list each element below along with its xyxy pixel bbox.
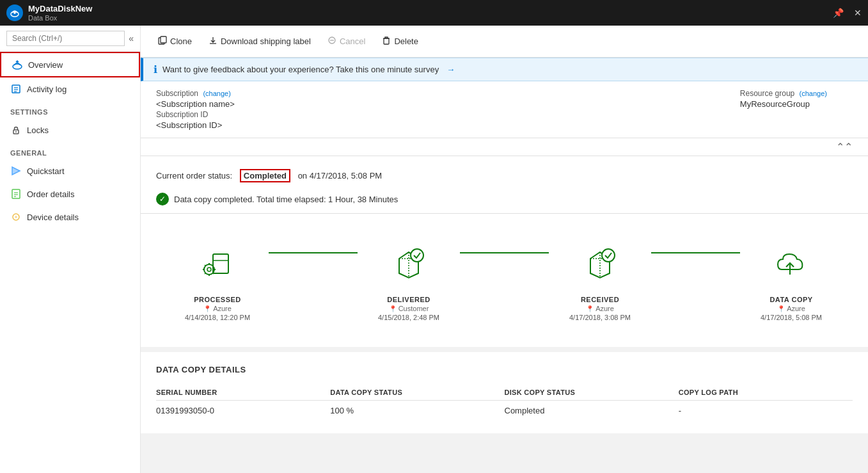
resource-group-change-link[interactable]: (change) <box>800 90 827 97</box>
timeline-section: PROCESSED 📍 Azure 4/14/2018, 12:20 PM <box>141 214 868 347</box>
timeline-step-datacopy: DATA COPY 📍 Azure 4/17/2018, 5:08 PM <box>740 239 842 321</box>
received-location: 📍 Azure <box>586 305 614 312</box>
connector-1 <box>269 239 358 279</box>
received-date: 4/17/2018, 3:08 PM <box>569 314 631 321</box>
sidebar-item-activity-log[interactable]: Activity log <box>0 77 140 100</box>
cancel-button[interactable]: Cancel <box>320 31 372 51</box>
timeline-step-delivered: DELIVERED 📍 Customer 4/15/2018, 2:48 PM <box>358 239 460 321</box>
download-shipping-button[interactable]: Download shipping label <box>201 31 318 51</box>
lock-icon <box>10 124 22 136</box>
app-logo <box>6 4 23 21</box>
connector-2 <box>460 239 549 279</box>
resource-group-label: Resource group (change) <box>740 89 827 98</box>
close-icon[interactable]: ✕ <box>854 8 862 18</box>
download-icon <box>209 36 217 47</box>
data-copy-details-title: DATA COPY DETAILS <box>156 365 853 374</box>
cell-serial-number: 01391993050-0 <box>156 401 330 421</box>
sidebar-item-order-details[interactable]: Order details <box>0 182 140 205</box>
feedback-link[interactable]: → <box>446 65 455 74</box>
svg-point-14 <box>15 216 17 218</box>
svg-rect-20 <box>384 38 389 44</box>
pin-icon[interactable]: 📌 <box>833 8 844 18</box>
resource-info: Subscription (change) <Subscription name… <box>141 81 868 138</box>
info-banner-text: Want to give feedback about your experie… <box>162 65 439 74</box>
order-icon <box>10 188 22 200</box>
sidebar-item-order-label: Order details <box>27 189 74 199</box>
pin-icon-datacopy: 📍 <box>777 305 785 312</box>
svg-point-7 <box>15 131 17 132</box>
svg-point-36 <box>411 249 423 262</box>
general-section-label: GENERAL <box>0 141 140 159</box>
download-shipping-label: Download shipping label <box>221 36 311 46</box>
svg-rect-9 <box>12 189 20 198</box>
datacopy-icon <box>766 239 817 291</box>
delivered-label: DELIVERED <box>387 296 430 303</box>
sidebar-search-container: « <box>0 26 140 52</box>
table-row: 01391993050-0 100 % Completed - <box>156 401 853 421</box>
svg-line-30 <box>205 265 205 266</box>
subscription-id-value: <Subscription ID> <box>156 120 235 130</box>
subscription-change-link[interactable]: (change) <box>203 90 230 97</box>
search-input[interactable] <box>6 31 125 46</box>
processed-location: 📍 Azure <box>203 305 232 312</box>
sidebar-item-device-details[interactable]: Device details <box>0 205 140 228</box>
cancel-label: Cancel <box>340 36 365 46</box>
sidebar-item-quickstart-label: Quickstart <box>27 166 65 176</box>
sidebar-item-overview[interactable]: Overview <box>0 52 140 77</box>
clone-button[interactable]: Clone <box>151 31 199 51</box>
delete-icon <box>382 36 391 47</box>
device-icon <box>10 211 22 223</box>
svg-marker-8 <box>12 167 20 175</box>
content-area: Clone Download shipping label <box>141 26 868 473</box>
delete-button[interactable]: Delete <box>375 31 425 51</box>
connector-line-3 <box>651 252 740 253</box>
status-message: ✓ Data copy completed. Total time elapse… <box>156 193 853 205</box>
datacopy-label: DATA COPY <box>769 296 812 303</box>
data-copy-table: SERIAL NUMBER DATA COPY STATUS DISK COPY… <box>156 385 853 421</box>
connector-3 <box>651 239 740 279</box>
info-icon: ℹ <box>154 63 157 76</box>
delivered-date: 4/15/2018, 2:48 PM <box>378 314 439 321</box>
clone-label: Clone <box>170 36 192 46</box>
sidebar-item-locks[interactable]: Locks <box>0 118 140 141</box>
connector-line-1 <box>269 252 358 253</box>
timeline-step-processed: PROCESSED 📍 Azure 4/14/2018, 12:20 PM <box>166 239 269 321</box>
cancel-icon <box>327 36 336 47</box>
cell-copy-log-path: - <box>679 401 853 421</box>
toolbar: Clone Download shipping label <box>141 26 868 58</box>
sidebar-item-locks-label: Locks <box>27 125 49 135</box>
sidebar-collapse-btn[interactable]: « <box>129 33 134 44</box>
col-copy-log-path: COPY LOG PATH <box>679 385 853 401</box>
datacopy-date: 4/17/2018, 5:08 PM <box>761 314 822 321</box>
cell-disk-copy-status: Completed <box>505 401 679 421</box>
received-icon <box>574 239 626 291</box>
quickstart-icon <box>10 165 22 177</box>
timeline-step-received: RECEIVED 📍 Azure 4/17/2018, 3:08 PM <box>549 239 651 321</box>
resource-group-info: Resource group (change) MyResourceGroup <box>740 89 827 109</box>
collapse-button[interactable]: ⌃⌃ <box>836 141 853 153</box>
received-label: RECEIVED <box>581 296 619 303</box>
timeline: PROCESSED 📍 Azure 4/14/2018, 12:20 PM <box>141 220 868 334</box>
delivered-icon <box>383 239 434 291</box>
processed-date: 4/14/2018, 12:20 PM <box>185 314 250 321</box>
subscription-name: <Subscription name> <box>156 99 235 109</box>
clone-icon <box>158 36 167 47</box>
sidebar-item-quickstart[interactable]: Quickstart <box>0 159 140 182</box>
svg-rect-22 <box>213 254 228 273</box>
content-scroll: ℹ Want to give feedback about your exper… <box>141 58 868 473</box>
cell-data-copy-status: 100 % <box>330 401 504 421</box>
svg-rect-16 <box>161 36 166 43</box>
status-section: Current order status: Completed on 4/17/… <box>141 156 868 214</box>
resource-group-value: MyResourceGroup <box>740 99 827 109</box>
subscription-info: Subscription (change) <Subscription name… <box>156 89 235 130</box>
app-subtitle: Data Box <box>28 14 92 22</box>
svg-line-31 <box>213 273 214 274</box>
resource-info-collapse: ⌃⌃ <box>141 138 868 156</box>
window-controls[interactable]: 📌 ✕ <box>833 8 862 18</box>
delete-label: Delete <box>394 36 418 46</box>
col-disk-copy-status: DISK COPY STATUS <box>505 385 679 401</box>
datacopy-location: 📍 Azure <box>777 305 805 312</box>
check-icon: ✓ <box>156 193 169 205</box>
pin-icon-processed: 📍 <box>203 305 211 312</box>
sidebar-nav: Overview Activity log SETTINGS <box>0 52 140 473</box>
